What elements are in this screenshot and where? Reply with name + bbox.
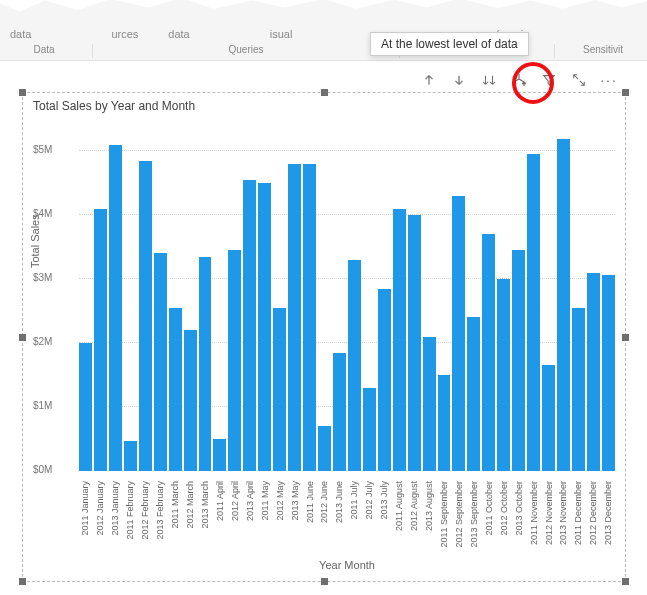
x-tick-label: 2013 May: [290, 481, 300, 521]
x-tick-label: 2011 April: [215, 481, 225, 521]
bar[interactable]: [213, 439, 226, 471]
resize-handle[interactable]: [622, 334, 629, 341]
bar[interactable]: [557, 139, 570, 471]
bar[interactable]: [467, 317, 480, 471]
chart-visual[interactable]: Total Sales by Year and Month Total Sale…: [22, 92, 626, 582]
bars: [79, 119, 615, 471]
bar[interactable]: [512, 250, 525, 471]
x-tick-label: 2011 June: [305, 481, 315, 523]
expand-all-down-icon[interactable]: [511, 72, 527, 88]
x-tick-label: 2012 August: [409, 481, 419, 531]
bar[interactable]: [602, 275, 615, 471]
drill-down-icon[interactable]: [451, 72, 467, 88]
x-tick-label: 2012 September: [454, 481, 464, 548]
bar[interactable]: [228, 250, 241, 471]
resize-handle[interactable]: [321, 578, 328, 585]
y-tick-label: $3M: [33, 272, 52, 283]
x-tick-label: 2011 March: [170, 481, 180, 529]
bar[interactable]: [303, 164, 316, 471]
resize-handle[interactable]: [321, 89, 328, 96]
filter-icon[interactable]: [541, 72, 557, 88]
x-tick-label: 2011 December: [573, 481, 583, 545]
bar[interactable]: [199, 257, 212, 471]
resize-handle[interactable]: [622, 89, 629, 96]
bar[interactable]: [318, 426, 331, 471]
bar[interactable]: [438, 375, 451, 471]
x-tick-label: 2011 August: [394, 481, 404, 531]
x-tick-label: 2013 March: [200, 481, 210, 529]
bar[interactable]: [452, 196, 465, 471]
y-tick-label: $5M: [33, 144, 52, 155]
bar[interactable]: [423, 337, 436, 471]
visual-header: ···: [421, 72, 617, 88]
bar[interactable]: [184, 330, 197, 471]
x-tick-label: 2012 April: [230, 481, 240, 521]
x-tick-label: 2013 August: [424, 481, 434, 531]
ribbon-item[interactable]: isual: [260, 28, 303, 40]
ribbon-group-label: Queries: [97, 44, 395, 58]
ribbon-group-label: Data: [0, 44, 88, 58]
bar[interactable]: [482, 234, 495, 471]
bar[interactable]: [124, 441, 137, 471]
ribbon-item[interactable]: data: [0, 28, 41, 40]
expand-next-level-icon[interactable]: [481, 72, 497, 88]
x-tick-label: 2013 April: [245, 481, 255, 521]
bar[interactable]: [288, 164, 301, 471]
resize-handle[interactable]: [19, 89, 26, 96]
bar[interactable]: [139, 161, 152, 471]
x-tick-label: 2012 February: [140, 481, 150, 540]
bar[interactable]: [408, 215, 421, 471]
bar[interactable]: [572, 308, 585, 471]
y-tick-label: $2M: [33, 336, 52, 347]
bar[interactable]: [363, 388, 376, 471]
x-tick-label: 2013 September: [469, 481, 479, 548]
x-tick-label: 2013 January: [110, 481, 120, 536]
ribbon-group-label: Sensitivit: [559, 44, 647, 58]
x-tick-label: 2012 March: [185, 481, 195, 529]
bar[interactable]: [169, 308, 182, 471]
x-tick-label: 2012 November: [544, 481, 554, 545]
resize-handle[interactable]: [19, 578, 26, 585]
ribbon-item[interactable]: data: [158, 28, 199, 40]
x-tick-label: 2013 July: [379, 481, 389, 520]
ribbon-groups: Data Queries Sensitivit: [0, 44, 647, 58]
bar[interactable]: [273, 308, 286, 471]
resize-handle[interactable]: [19, 334, 26, 341]
resize-handle[interactable]: [622, 578, 629, 585]
y-axis-label: Total Sales: [29, 214, 41, 268]
bar[interactable]: [94, 209, 107, 471]
more-options-icon[interactable]: ···: [601, 72, 617, 88]
plot-area: Total Sales Year Month $0M$1M$2M$3M$4M$5…: [79, 119, 615, 471]
bar[interactable]: [393, 209, 406, 471]
x-tick-label: 2013 June: [334, 481, 344, 523]
x-tick-label: 2012 May: [275, 481, 285, 521]
ribbon-items: data urces data isual meanure (previ: [0, 28, 647, 40]
x-tick-label: 2011 May: [260, 481, 270, 521]
ribbon-item[interactable]: urces: [101, 28, 148, 40]
y-tick-label: $1M: [33, 400, 52, 411]
x-tick-label: 2012 December: [588, 481, 598, 545]
x-tick-label: 2013 February: [155, 481, 165, 540]
x-tick-label: 2011 October: [484, 481, 494, 536]
bar[interactable]: [587, 273, 600, 471]
bar[interactable]: [109, 145, 122, 471]
bar[interactable]: [258, 183, 271, 471]
bar[interactable]: [542, 365, 555, 471]
bar[interactable]: [79, 343, 92, 471]
x-tick-label: 2011 September: [439, 481, 449, 548]
bar[interactable]: [333, 353, 346, 471]
focus-mode-icon[interactable]: [571, 72, 587, 88]
bar[interactable]: [497, 279, 510, 471]
x-axis-label: Year Month: [79, 559, 615, 571]
y-tick-label: $4M: [33, 208, 52, 219]
bar[interactable]: [243, 180, 256, 471]
bar[interactable]: [348, 260, 361, 471]
chart-title: Total Sales by Year and Month: [33, 99, 195, 113]
drill-up-icon[interactable]: [421, 72, 437, 88]
bar[interactable]: [378, 289, 391, 471]
x-tick-label: 2011 February: [125, 481, 135, 540]
bar[interactable]: [154, 253, 167, 471]
drill-tooltip: At the lowest level of data: [370, 32, 529, 56]
y-tick-label: $0M: [33, 464, 52, 475]
bar[interactable]: [527, 154, 540, 471]
